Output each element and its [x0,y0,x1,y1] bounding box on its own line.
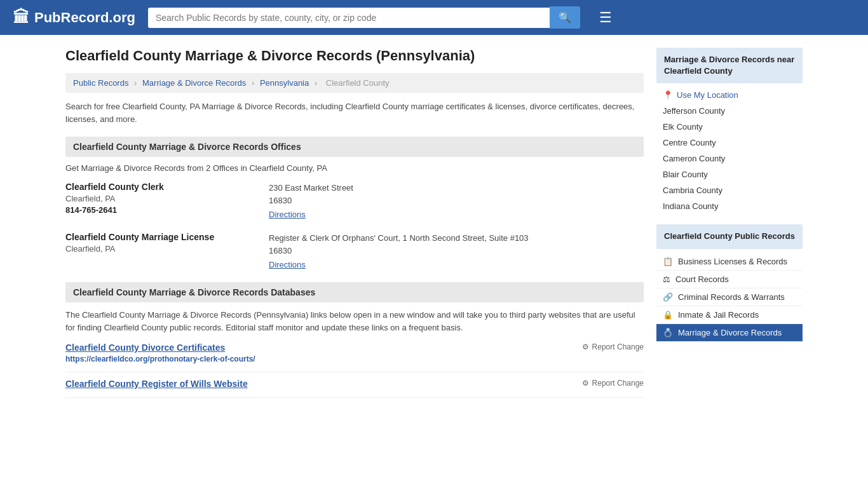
office-entry-2: Clearfield County Marriage License Clear… [65,232,644,269]
intro-text: Search for free Clearfield County, PA Ma… [65,100,644,125]
criminal-icon: 🔗 [663,292,673,302]
directions-link-2[interactable]: Directions [269,260,306,269]
court-icon: ⚖ [663,274,670,284]
databases-section-header: Clearfield County Marriage & Divorce Rec… [65,282,644,302]
office-city-2: Clearfield, PA [65,244,256,254]
search-button[interactable]: 🔍 [550,6,580,29]
breadcrumb-pennsylvania[interactable]: Pennsylvania [260,78,309,88]
marriage-icon: 💍 [663,328,673,337]
databases-intro: The Clearfield County Marriage & Divorce… [65,309,644,334]
site-header: 🏛 PubRecord.org 🔍 ☰ [0,0,868,35]
breadcrumb-public-records[interactable]: Public Records [73,78,128,88]
report-icon-1: ⚙ [582,342,589,351]
nearby-item-4-label: Cameron County [663,154,725,163]
logo[interactable]: 🏛 PubRecord.org [13,8,135,27]
office-left-1: Clearfield County Clerk Clearfield, PA 8… [65,182,256,219]
main-content: Clearfield County Marriage & Divorce Rec… [65,48,644,404]
search-icon: 🔍 [559,12,571,23]
pr-item-3-label: Inmate & Jail Records [678,310,759,320]
db-url-1[interactable]: https://clearfieldco.org/prothonotary-cl… [65,355,255,363]
report-label-1: Report Change [592,342,644,351]
search-input[interactable] [148,8,550,28]
sidebar-item-cambria[interactable]: Cambria County [656,182,803,198]
nearby-item-0-label: Use My Location [677,90,738,100]
logo-icon: 🏛 [13,8,29,27]
sidebar-item-elk[interactable]: Elk County [656,119,803,135]
offices-section-header: Clearfield County Marriage & Divorce Rec… [65,137,644,157]
inmate-icon: 🔒 [663,310,673,320]
offices-intro: Get Marriage & Divorce Records from 2 Of… [65,163,644,173]
nearby-item-3-label: Centre County [663,138,716,147]
sidebar-item-criminal-records[interactable]: 🔗 Criminal Records & Warrants [656,288,803,306]
sidebar-item-inmate-records[interactable]: 🔒 Inmate & Jail Records [656,306,803,324]
nearby-item-7-label: Indiana County [663,201,718,211]
db-link-1[interactable]: Clearfield County Divorce Certificates [65,342,255,353]
db-link-2[interactable]: Clearfield County Register of Wills Webs… [65,379,248,389]
office-phone-1: 814-765-2641 [65,205,256,215]
directions-link-1[interactable]: Directions [269,210,306,219]
nearby-item-1-label: Jefferson County [663,106,725,116]
office-name-1: Clearfield County Clerk [65,182,256,192]
logo-text: PubRecord.org [34,10,135,26]
office-address-2: Register & Clerk Of Orphans' Court, 1 No… [269,232,644,257]
public-records-section-header: Clearfield County Public Records [656,224,803,248]
menu-button[interactable]: ☰ [599,10,612,26]
location-pin-icon: 📍 [663,90,673,100]
db-entry-2: Clearfield County Register of Wills Webs… [65,379,644,398]
office-entry-1: Clearfield County Clerk Clearfield, PA 8… [65,182,644,219]
pr-item-4-label: Marriage & Divorce Records [678,328,782,337]
db-entry-1: Clearfield County Divorce Certificates h… [65,342,644,372]
nearby-list: 📍 Use My Location Jefferson County Elk C… [656,87,803,214]
sidebar-item-marriage-divorce[interactable]: 💍 Marriage & Divorce Records [656,324,803,342]
report-icon-2: ⚙ [582,379,589,388]
db-report-2[interactable]: ⚙ Report Change [582,379,644,388]
breadcrumb-marriage-divorce[interactable]: Marriage & Divorce Records [142,78,246,88]
office-left-2: Clearfield County Marriage License Clear… [65,232,256,269]
sidebar-use-my-location[interactable]: 📍 Use My Location [656,87,803,103]
office-name-2: Clearfield County Marriage License [65,232,256,242]
db-left-1: Clearfield County Divorce Certificates h… [65,342,255,365]
public-records-list: 📋 Business Licenses & Records ⚖ Court Re… [656,253,803,342]
sidebar: Marriage & Divorce Records near Clearfie… [656,48,803,404]
menu-icon: ☰ [599,10,612,25]
nearby-item-2-label: Elk County [663,122,703,132]
nearby-item-6-label: Cambria County [663,186,722,195]
report-label-2: Report Change [592,379,644,388]
office-right-1: 230 East Market Street16830 Directions [269,182,644,219]
nearby-item-5-label: Blair County [663,170,708,179]
pr-item-1-label: Court Records [675,274,729,284]
office-address-1: 230 East Market Street16830 [269,182,644,207]
sidebar-item-jefferson[interactable]: Jefferson County [656,103,803,119]
office-right-2: Register & Clerk Of Orphans' Court, 1 No… [269,232,644,269]
breadcrumb-current: Clearfield County [326,78,390,88]
db-report-1[interactable]: ⚙ Report Change [582,342,644,351]
sidebar-item-centre[interactable]: Centre County [656,135,803,151]
sidebar-item-cameron[interactable]: Cameron County [656,151,803,166]
sidebar-item-indiana[interactable]: Indiana County [656,198,803,214]
sidebar-item-blair[interactable]: Blair County [656,166,803,182]
search-area: 🔍 [148,6,580,29]
db-left-2: Clearfield County Register of Wills Webs… [65,379,248,391]
sidebar-item-business-licenses[interactable]: 📋 Business Licenses & Records [656,253,803,271]
pr-item-2-label: Criminal Records & Warrants [678,292,785,302]
office-city-1: Clearfield, PA [65,194,256,203]
business-icon: 📋 [663,257,673,266]
pr-item-0-label: Business Licenses & Records [678,257,787,266]
page-title: Clearfield County Marriage & Divorce Rec… [65,48,644,64]
nearby-section-header: Marriage & Divorce Records near Clearfie… [656,48,803,83]
breadcrumb: Public Records › Marriage & Divorce Reco… [65,73,644,93]
sidebar-item-court-records[interactable]: ⚖ Court Records [656,271,803,288]
